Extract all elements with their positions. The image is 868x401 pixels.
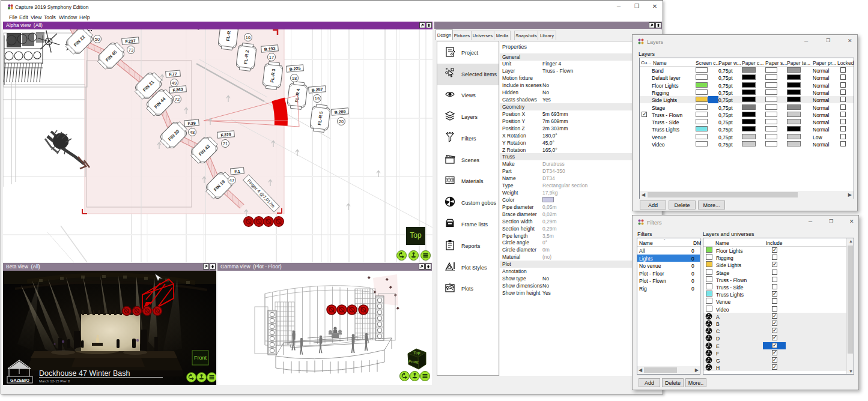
svg-text:March 12-15 Pier 3: March 12-15 Pier 3 <box>39 379 70 383</box>
svg-text:F.229: F.229 <box>220 132 231 137</box>
svg-text:49: 49 <box>172 80 177 86</box>
svg-text:48: 48 <box>190 130 195 135</box>
svg-text:73: 73 <box>129 47 133 53</box>
svg-text:47: 47 <box>229 178 234 183</box>
svg-text:F.1: F.1 <box>234 169 240 174</box>
svg-text:F.39: F.39 <box>187 121 196 125</box>
svg-text:Front: Front <box>194 355 207 361</box>
svg-text:F.297: F.297 <box>125 38 136 43</box>
svg-text:18: 18 <box>292 76 297 81</box>
svg-text:19: 19 <box>315 96 320 101</box>
svg-text:GAZEB/O: GAZEB/O <box>10 378 29 382</box>
svg-text:F.77: F.77 <box>169 71 177 76</box>
svg-text:Dockhouse 47 Winter Bash: Dockhouse 47 Winter Bash <box>39 369 130 378</box>
svg-text:16: 16 <box>246 35 250 40</box>
svg-text:20: 20 <box>339 119 344 124</box>
svg-text:72: 72 <box>175 97 180 102</box>
svg-text:71: 71 <box>223 141 228 146</box>
svg-text:F.263: F.263 <box>172 87 183 92</box>
svg-text:50: 50 <box>95 37 100 42</box>
svg-text:17: 17 <box>269 55 274 60</box>
